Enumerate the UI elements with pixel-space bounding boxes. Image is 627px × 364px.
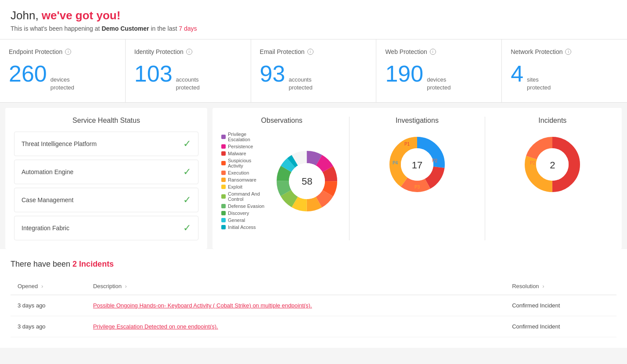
legend-item-8: Defense Evasion — [221, 203, 267, 209]
card-big-num-2: 93 — [260, 62, 285, 85]
cell-opened-1: 3 days ago — [11, 316, 86, 337]
card-title-4: Network Protection i — [511, 48, 618, 55]
greeting-highlight: we've got you! — [39, 9, 121, 22]
card-big-num-3: 190 — [385, 62, 423, 85]
chart-divider-2 — [485, 117, 485, 240]
card-number-3: 190 devicesprotected — [385, 62, 493, 92]
service-name-0: Threat Intelligence Platform — [22, 140, 97, 147]
legend-item-10: General — [221, 218, 267, 223]
legend-label-1: Persistence — [228, 144, 253, 149]
cell-resolution-1: Confirmed Incident — [505, 316, 616, 337]
card-title-text-4: Network Protection — [511, 48, 562, 55]
card-big-num-4: 4 — [511, 62, 523, 85]
info-icon-3[interactable]: i — [430, 49, 436, 55]
col-res-label: Resolution — [512, 283, 539, 289]
charts-section: Observations Privilege Escalation Persis… — [213, 108, 622, 249]
legend-dot-1 — [221, 144, 226, 149]
card-desc-0: devicesprotected — [50, 76, 74, 92]
service-item-3: Integration Fabric ✓ — [14, 216, 198, 240]
page: John, we've got you! This is what's been… — [0, 0, 627, 348]
observations-panel: Observations Privilege Escalation Persis… — [221, 117, 342, 240]
col-opened-sort-icon: › — [41, 283, 43, 289]
observations-title: Observations — [221, 117, 342, 125]
svg-text:P4: P4 — [393, 161, 398, 165]
col-resolution[interactable]: Resolution › — [505, 278, 616, 295]
protection-card-1: Identity Protection i 103 accountsprotec… — [126, 39, 251, 102]
legend-label-9: Discovery — [228, 211, 249, 216]
service-name-1: Automation Engine — [22, 168, 73, 175]
legend-dot-7 — [221, 194, 226, 199]
card-title-3: Web Protection i — [385, 48, 493, 55]
info-icon-0[interactable]: i — [65, 49, 71, 55]
cell-desc-0[interactable]: Possible Ongoing Hands-on- Keyboard Acti… — [86, 295, 505, 316]
col-description[interactable]: Description › — [86, 278, 505, 295]
legend-item-11: Initial Access — [221, 225, 267, 230]
service-item-1: Automation Engine ✓ — [14, 160, 198, 184]
header-section: John, we've got you! This is what's been… — [0, 0, 627, 39]
legend-dot-6 — [221, 185, 226, 189]
incidents-chart-panel: Incidents P1 — [492, 117, 613, 240]
incidents-section: There have been 2 Incidents Opened › Des… — [0, 249, 627, 348]
subtitle-middle: in the last — [149, 25, 179, 32]
incidents-prefix: There have been — [11, 260, 72, 268]
legend-dot-11 — [221, 225, 226, 229]
check-icon-3: ✓ — [183, 222, 191, 234]
legend-label-10: General — [228, 218, 245, 223]
legend-dot-5 — [221, 178, 226, 182]
legend-dot-2 — [221, 151, 226, 156]
legend-dot-9 — [221, 211, 226, 215]
cell-desc-1[interactable]: Privilege Escalation Detected on one end… — [86, 316, 505, 337]
incidents-table-header-row: Opened › Description › Resolution › — [11, 278, 616, 295]
incidents-table: Opened › Description › Resolution › 3 da… — [11, 278, 616, 337]
info-icon-4[interactable]: i — [565, 49, 571, 55]
col-desc-label: Description — [93, 283, 122, 289]
protection-card-2: Email Protection i 93 accountsprotected — [251, 39, 377, 102]
chart-divider-1 — [349, 117, 350, 240]
legend-item-4: Execution — [221, 170, 267, 175]
legend-label-4: Execution — [228, 170, 249, 175]
card-number-0: 260 devicesprotected — [9, 62, 116, 92]
service-item-0: Threat Intelligence Platform ✓ — [14, 132, 198, 156]
investigations-donut: P1 P2 P3 P4 17 — [384, 132, 450, 199]
cell-resolution-0: Confirmed Incident — [505, 295, 616, 316]
incident-link-1[interactable]: Privilege Escalation Detected on one end… — [93, 323, 218, 330]
legend-item-9: Discovery — [221, 211, 267, 216]
card-title-0: Endpoint Protection i — [9, 48, 116, 55]
incidents-table-header: Opened › Description › Resolution › — [11, 278, 616, 295]
protection-card-3: Web Protection i 190 devicesprotected — [376, 39, 502, 102]
check-icon-0: ✓ — [183, 138, 191, 150]
col-opened[interactable]: Opened › — [11, 278, 86, 295]
observations-content: Privilege Escalation Persistence Malware… — [221, 132, 342, 232]
table-row: 3 days ago Privilege Escalation Detected… — [11, 316, 616, 337]
col-res-sort-icon: › — [542, 283, 544, 289]
legend-label-7: Command And Control — [228, 191, 267, 202]
service-health-panel: Service Health Status Threat Intelligenc… — [5, 108, 207, 249]
middle-wrapper: Service Health Status Threat Intelligenc… — [0, 103, 627, 249]
service-health-title: Service Health Status — [14, 117, 198, 125]
check-icon-2: ✓ — [183, 194, 191, 206]
protection-row: Endpoint Protection i 260 devicesprotect… — [0, 39, 627, 103]
card-desc-1: accountsprotected — [176, 76, 200, 92]
legend-dot-3 — [221, 161, 226, 165]
observations-total: 58 — [302, 176, 312, 187]
svg-text:P2: P2 — [432, 158, 438, 163]
legend-dot-10 — [221, 218, 226, 222]
info-icon-1[interactable]: i — [186, 49, 192, 55]
card-title-1: Identity Protection i — [134, 48, 242, 55]
investigations-title: Investigations — [357, 117, 477, 125]
info-icon-2[interactable]: i — [307, 49, 314, 55]
legend-label-2: Malware — [228, 151, 246, 156]
legend-item-2: Malware — [221, 151, 267, 156]
greeting-name: John, — [11, 9, 39, 22]
investigations-total: 17 — [412, 160, 422, 171]
card-desc-2: accountsprotected — [288, 76, 312, 92]
card-title-text-2: Email Protection — [260, 48, 305, 55]
legend-label-5: Ransomware — [228, 177, 256, 182]
observations-donut: 58 — [272, 146, 342, 218]
legend-label-11: Initial Access — [228, 225, 256, 230]
legend-item-3: Suspicious Activity — [221, 158, 267, 168]
svg-text:P1: P1 — [564, 146, 570, 151]
incident-link-0[interactable]: Possible Ongoing Hands-on- Keyboard Acti… — [93, 302, 312, 309]
legend-label-8: Defense Evasion — [228, 203, 264, 209]
card-title-2: Email Protection i — [260, 48, 368, 55]
